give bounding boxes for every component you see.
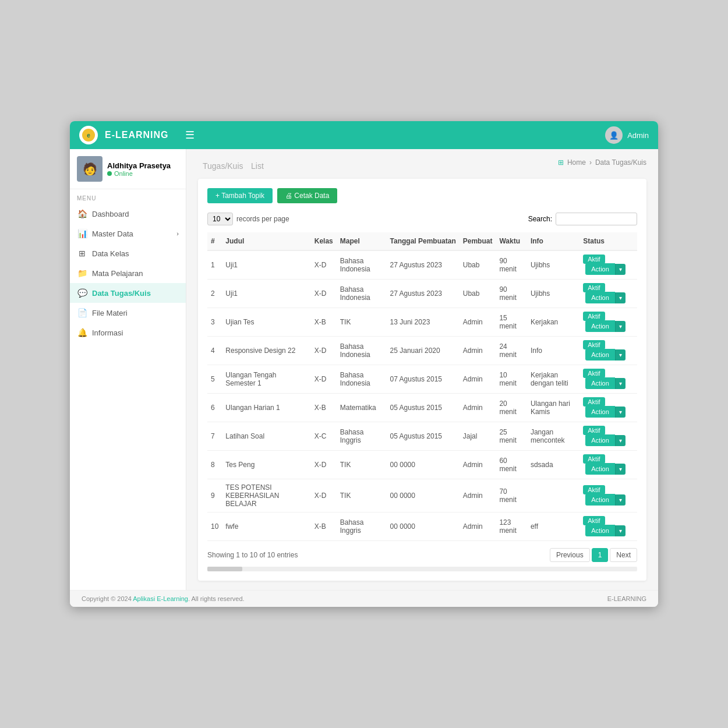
cell-num: 3 [207, 308, 222, 337]
search-input[interactable] [556, 213, 637, 225]
cell-judul: Ujian Tes [222, 308, 310, 337]
cell-kelas: X-D [311, 250, 337, 280]
table-row: 9 TES POTENSI KEBERHASILAN BELAJAR X-D T… [207, 479, 637, 513]
status-badge: Aktif [583, 397, 605, 407]
cell-num: 2 [207, 280, 222, 308]
status-badge: Aktif [583, 426, 605, 435]
cell-waktu: 60 menit [496, 451, 527, 479]
col-info: Info [527, 232, 579, 250]
cell-info: Ujibhs [527, 280, 579, 308]
scroll-thumb[interactable] [207, 567, 242, 571]
chevron-icon: › [176, 230, 179, 237]
cell-kelas: X-B [311, 513, 337, 541]
file-materi-icon: 📄 [77, 308, 87, 317]
cell-judul: Uji1 [222, 250, 310, 280]
page-title-area: Tugas/Kuis List [198, 158, 264, 172]
top-navbar: e E-LEARNING ☰ 👤 Admin [70, 121, 658, 149]
action-dropdown-button[interactable]: ▾ [615, 349, 625, 361]
sidebar-item-data-kelas[interactable]: ⊞ Data Kelas [70, 243, 186, 263]
cell-tanggal: 00 0000 [387, 451, 460, 479]
cell-kelas: X-D [311, 451, 337, 479]
footer-copyright: Copyright © 2024 Aplikasi E-Learning. Al… [82, 595, 245, 602]
cell-info: Kerjakan [527, 308, 579, 337]
cell-judul: TES POTENSI KEBERHASILAN BELAJAR [222, 479, 310, 513]
sidebar-item-dashboard[interactable]: 🏠 Dashboard [70, 204, 186, 224]
sidebar-item-master-data[interactable]: 📊 Master Data › [70, 224, 186, 243]
search-control: Search: [528, 213, 637, 225]
sidebar-item-label: Informasi [92, 328, 123, 337]
add-topik-button[interactable]: + Tambah Topik [207, 188, 273, 203]
cell-waktu: 90 menit [496, 280, 527, 308]
col-num: # [207, 232, 222, 250]
sidebar-item-informasi[interactable]: 🔔 Informasi [70, 323, 186, 342]
sidebar-item-mata-pelajaran[interactable]: 📁 Mata Pelajaran [70, 263, 186, 283]
col-pembuat: Pembuat [460, 232, 496, 250]
col-kelas: Kelas [311, 232, 337, 250]
action-dropdown-button[interactable]: ▾ [615, 264, 625, 275]
action-button[interactable]: Action [585, 463, 615, 475]
hamburger-icon[interactable]: ☰ [185, 129, 195, 142]
status-badge: Aktif [583, 369, 605, 378]
sidebar-item-label: Dashboard [92, 210, 129, 218]
previous-button[interactable]: Previous [550, 548, 590, 562]
records-per-page-select[interactable]: 10 25 50 [207, 213, 233, 225]
action-button[interactable]: Action [585, 525, 615, 536]
user-avatar: 🧑 [77, 156, 103, 182]
action-dropdown-button[interactable]: ▾ [615, 321, 625, 332]
cell-judul: Responsive Design 22 [222, 337, 310, 365]
pagination: Previous 1 Next [550, 548, 637, 562]
cell-kelas: X-C [311, 422, 337, 451]
cell-tanggal: 00 0000 [387, 513, 460, 541]
action-button[interactable]: Action [585, 292, 615, 303]
table-header-row: # Judul Kelas Mapel Tanggal Pembuatan Pe… [207, 232, 637, 250]
cell-kelas: X-B [311, 394, 337, 422]
controls-row: 10 25 50 records per page Search: [207, 213, 637, 225]
cell-judul: Latihan Soal [222, 422, 310, 451]
action-dropdown-button[interactable]: ▾ [615, 292, 625, 303]
cell-pembuat: Ubab [460, 250, 496, 280]
cetak-data-button[interactable]: 🖨 Cetak Data [277, 188, 337, 203]
next-button[interactable]: Next [610, 548, 637, 562]
cell-status: Aktif Action ▾ [579, 513, 637, 541]
page-1-button[interactable]: 1 [592, 548, 609, 562]
sidebar-item-data-tugas-kuis[interactable]: 💬 Data Tugas/Kuis [70, 283, 186, 303]
action-button[interactable]: Action [585, 434, 615, 446]
cell-mapel: Bahasa Indonesia [337, 250, 387, 280]
footer-link[interactable]: Aplikasi E-Learning [133, 595, 188, 602]
cell-waktu: 20 menit [496, 394, 527, 422]
action-button[interactable]: Action [585, 494, 615, 506]
footer-brand: E-LEARNING [607, 595, 646, 602]
action-button[interactable]: Action [585, 406, 615, 418]
cell-status: Aktif Action ▾ [579, 451, 637, 479]
action-dropdown-button[interactable]: ▾ [615, 407, 625, 418]
cell-mapel: TIK [337, 451, 387, 479]
data-tugas-kuis-icon: 💬 [77, 288, 87, 298]
cell-status: Aktif Action ▾ [579, 250, 637, 280]
action-dropdown-button[interactable]: ▾ [615, 494, 625, 506]
sidebar-item-label: Mata Pelajaran [92, 269, 143, 278]
action-button[interactable]: Action [585, 320, 615, 332]
cell-judul: Ulangan Harian 1 [222, 394, 310, 422]
action-dropdown-button[interactable]: ▾ [615, 525, 625, 536]
cell-kelas: X-B [311, 308, 337, 337]
action-button[interactable]: Action [585, 349, 615, 361]
data-kelas-icon: ⊞ [77, 249, 87, 258]
action-group: Action ▾ [585, 434, 625, 446]
status-badge: Aktif [583, 255, 605, 264]
master-data-icon: 📊 [77, 229, 87, 238]
admin-label: Admin [627, 131, 649, 140]
main-card: + Tambah Topik 🖨 Cetak Data 10 25 50 rec… [198, 179, 646, 581]
cell-tanggal: 00 0000 [387, 479, 460, 513]
action-button[interactable]: Action [585, 377, 615, 389]
cell-pembuat: Admin [460, 337, 496, 365]
cell-pembuat: Admin [460, 513, 496, 541]
cell-pembuat: Admin [460, 308, 496, 337]
table-row: 2 Uji1 X-D Bahasa Indonesia 27 Agustus 2… [207, 280, 637, 308]
action-dropdown-button[interactable]: ▾ [615, 435, 625, 446]
action-dropdown-button[interactable]: ▾ [615, 378, 625, 389]
status-badge: Aktif [583, 283, 605, 292]
action-button[interactable]: Action [585, 263, 615, 275]
sidebar-item-file-materi[interactable]: 📄 File Materi [70, 303, 186, 323]
action-dropdown-button[interactable]: ▾ [615, 464, 625, 475]
cell-judul: Uji1 [222, 280, 310, 308]
